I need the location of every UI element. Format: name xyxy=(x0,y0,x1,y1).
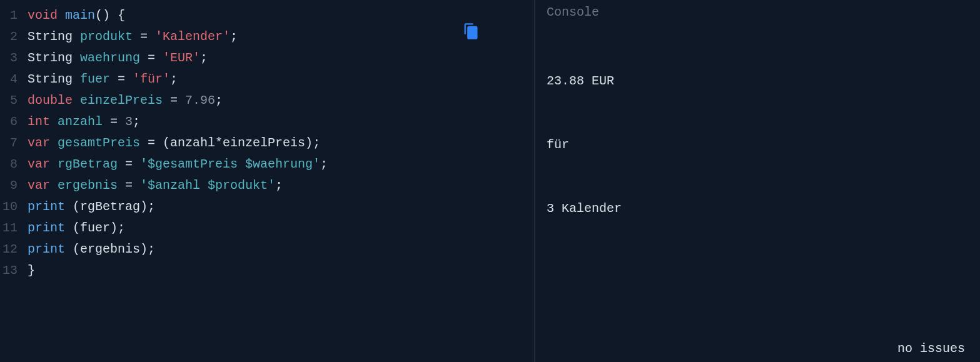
line-number: 2 xyxy=(0,26,18,48)
tok-function: print xyxy=(28,199,65,214)
tok-type: int xyxy=(28,114,50,129)
tok-type: var xyxy=(28,136,50,150)
status-text: no issues xyxy=(897,341,965,356)
code-line[interactable]: String fuer = 'für'; xyxy=(28,69,328,90)
tok-space xyxy=(73,51,80,65)
tok-function: main xyxy=(65,8,95,23)
tok-punct: ; xyxy=(230,29,238,44)
tok-ident: ergebnis xyxy=(58,178,118,193)
tok-type: String xyxy=(28,51,73,65)
tok-punct: } xyxy=(28,263,35,278)
code-line[interactable]: int anzahl = 3; xyxy=(28,111,328,133)
tok-punct: ; xyxy=(313,136,320,150)
line-number-gutter: 1 2 3 4 5 6 7 8 9 10 11 12 13 xyxy=(0,5,21,281)
tok-type: var xyxy=(28,157,50,171)
line-number: 1 xyxy=(0,5,18,26)
code-line[interactable]: print (fuer); xyxy=(28,218,328,239)
tok-ident: fuer xyxy=(80,72,110,86)
code-line[interactable]: print (rgBetrag); xyxy=(28,196,328,218)
tok-punct: ; xyxy=(148,199,155,214)
tok-op: = xyxy=(103,114,125,129)
tok-ident: einzelPreis xyxy=(80,93,163,108)
tok-space xyxy=(65,199,73,214)
tok-args: (ergebnis) xyxy=(73,242,148,256)
line-number: 8 xyxy=(0,154,18,175)
app-root: 1 2 3 4 5 6 7 8 9 10 11 12 13 void main(… xyxy=(0,0,980,362)
copy-icon xyxy=(462,23,480,44)
line-number: 3 xyxy=(0,48,18,69)
code-lines[interactable]: void main() { String produkt = 'Kalender… xyxy=(21,5,328,281)
code-line[interactable]: double einzelPreis = 7.96; xyxy=(28,90,328,111)
code-line[interactable]: var ergebnis = '$anzahl $produkt'; xyxy=(28,175,328,196)
tok-function: print xyxy=(28,242,65,256)
tok-punct: ; xyxy=(170,72,178,86)
console-line: 23.88 EUR xyxy=(547,71,969,92)
line-number: 10 xyxy=(0,196,18,218)
tok-args: (rgBetrag) xyxy=(73,199,148,214)
tok-ident: gesamtPreis xyxy=(58,136,140,150)
line-number: 6 xyxy=(0,111,18,133)
console-title: Console xyxy=(547,5,969,19)
code-line[interactable]: String waehrung = 'EUR'; xyxy=(28,48,328,69)
tok-space xyxy=(50,157,58,171)
tok-op: = xyxy=(163,93,185,108)
code-line[interactable]: } xyxy=(28,260,328,281)
tok-number: 3 xyxy=(125,114,133,129)
tok-punct: ; xyxy=(200,51,208,65)
tok-op: = xyxy=(140,136,163,150)
tok-space xyxy=(50,136,58,150)
tok-keyword: void xyxy=(28,8,58,23)
console-line: für xyxy=(547,134,969,156)
code-line[interactable]: print (ergebnis); xyxy=(28,239,328,260)
tok-punct: ; xyxy=(320,157,328,171)
line-number: 11 xyxy=(0,218,18,239)
line-number: 12 xyxy=(0,239,18,260)
code-editor-pane: 1 2 3 4 5 6 7 8 9 10 11 12 13 void main(… xyxy=(0,0,535,362)
tok-type: String xyxy=(28,29,73,44)
tok-expr: (anzahl*einzelPreis) xyxy=(163,136,313,150)
tok-ident: produkt xyxy=(80,29,133,44)
code-line[interactable]: String produkt = 'Kalender'; xyxy=(28,26,328,48)
tok-type: double xyxy=(28,93,73,108)
tok-op: = xyxy=(110,72,133,86)
tok-space xyxy=(50,178,58,193)
tok-punct: ; xyxy=(215,93,223,108)
code-line[interactable]: var rgBetrag = '$gesamtPreis $waehrung'; xyxy=(28,154,328,175)
tok-number: 7.96 xyxy=(185,93,215,108)
tok-op: = xyxy=(133,29,155,44)
tok-op: = xyxy=(140,51,163,65)
copy-code-button[interactable] xyxy=(460,23,482,44)
tok-args: (fuer) xyxy=(73,221,118,235)
tok-string: 'EUR' xyxy=(163,51,200,65)
line-number: 13 xyxy=(0,260,18,281)
tok-type: String xyxy=(28,72,73,86)
tok-string: '$gesamtPreis $waehrung' xyxy=(140,157,320,171)
tok-space xyxy=(65,221,73,235)
console-pane: Console 23.88 EUR für 3 Kalender no issu… xyxy=(535,0,980,362)
tok-op: = xyxy=(118,157,140,171)
tok-space xyxy=(73,72,80,86)
tok-punct: ; xyxy=(118,221,125,235)
tok-function: print xyxy=(28,221,65,235)
line-number: 9 xyxy=(0,175,18,196)
tok-ident: anzahl xyxy=(58,114,103,129)
console-output: 23.88 EUR für 3 Kalender xyxy=(547,28,969,262)
tok-ident: rgBetrag xyxy=(58,157,118,171)
tok-string: '$anzahl $produkt' xyxy=(140,178,275,193)
tok-type: var xyxy=(28,178,50,193)
tok-punct: () { xyxy=(95,8,125,23)
tok-ident: waehrung xyxy=(80,51,140,65)
line-number: 7 xyxy=(0,133,18,154)
code-area[interactable]: 1 2 3 4 5 6 7 8 9 10 11 12 13 void main(… xyxy=(0,0,534,281)
code-line[interactable]: var gesamtPreis = (anzahl*einzelPreis); xyxy=(28,133,328,154)
tok-space xyxy=(50,114,58,129)
tok-string: 'Kalender' xyxy=(155,29,230,44)
tok-punct: ; xyxy=(275,178,283,193)
code-line[interactable]: void main() { xyxy=(28,5,328,26)
tok-space xyxy=(65,242,73,256)
tok-space xyxy=(73,93,80,108)
tok-space xyxy=(73,29,80,44)
tok-punct: ; xyxy=(148,242,155,256)
line-number: 5 xyxy=(0,90,18,111)
tok-op: = xyxy=(118,178,140,193)
